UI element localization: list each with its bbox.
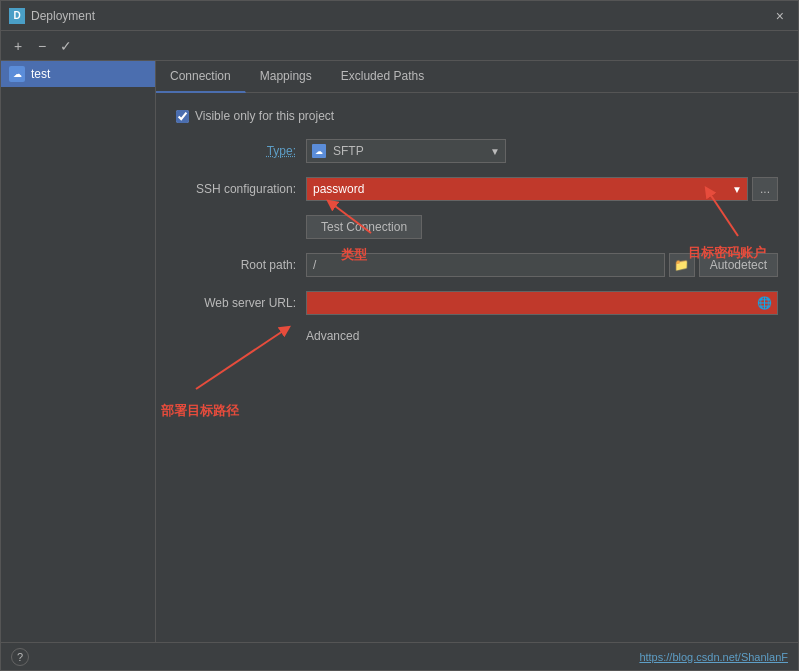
ssh-config-row: SSH configuration: password ▼ ...: [176, 177, 778, 201]
connection-tab-content: Visible only for this project Type: ☁ SF…: [156, 93, 798, 642]
autodetect-button[interactable]: Autodetect: [699, 253, 778, 277]
sidebar-item-test[interactable]: ☁ test: [1, 61, 155, 87]
path-annotation: 部署目标路径: [166, 319, 326, 402]
visible-checkbox[interactable]: [176, 110, 189, 123]
root-path-input[interactable]: [306, 253, 665, 277]
tab-excluded-paths[interactable]: Excluded Paths: [327, 61, 439, 92]
web-url-input[interactable]: [306, 291, 778, 315]
tab-connection[interactable]: Connection: [156, 61, 246, 93]
sidebar: ☁ test: [1, 61, 156, 642]
advanced-row: Advanced: [306, 329, 778, 343]
web-url-inner: 🌐: [306, 291, 778, 315]
ssh-config-label: SSH configuration:: [176, 182, 306, 196]
help-button[interactable]: ?: [11, 648, 29, 666]
titlebar: D Deployment ×: [1, 1, 798, 31]
close-button[interactable]: ×: [770, 6, 790, 26]
ssh-row-inner: password ▼ ...: [306, 177, 778, 201]
ssh-select-wrapper: password ▼: [306, 177, 748, 201]
sidebar-item-label: test: [31, 67, 50, 81]
root-path-label: Root path:: [176, 258, 306, 272]
type-row: Type: ☁ SFTP ▼: [176, 139, 778, 163]
deployment-window: D Deployment × + − ✓ ☁ test Connection M…: [0, 0, 799, 671]
folder-button[interactable]: 📁: [669, 253, 695, 277]
visible-checkbox-label[interactable]: Visible only for this project: [195, 109, 334, 123]
web-url-label: Web server URL:: [176, 296, 306, 310]
toolbar: + − ✓: [1, 31, 798, 61]
ssh-config-dots-button[interactable]: ...: [752, 177, 778, 201]
add-button[interactable]: +: [7, 35, 29, 57]
server-icon: ☁: [9, 66, 25, 82]
tabs-bar: Connection Mappings Excluded Paths: [156, 61, 798, 93]
root-path-inner: 📁 Autodetect: [306, 253, 778, 277]
tab-mappings[interactable]: Mappings: [246, 61, 327, 92]
window-title: Deployment: [31, 9, 770, 23]
test-connection-row: Test Connection: [306, 215, 778, 239]
remove-button[interactable]: −: [31, 35, 53, 57]
main-layout: ☁ test Connection Mappings Excluded Path…: [1, 61, 798, 642]
check-button[interactable]: ✓: [55, 35, 77, 57]
advanced-link[interactable]: Advanced: [306, 329, 359, 343]
root-path-row: Root path: 📁 Autodetect: [176, 253, 778, 277]
content-area: Connection Mappings Excluded Paths Visib…: [156, 61, 798, 642]
web-url-row: Web server URL: 🌐: [176, 291, 778, 315]
type-select[interactable]: SFTP: [306, 139, 506, 163]
ssh-select[interactable]: password: [306, 177, 748, 201]
visible-checkbox-row: Visible only for this project: [176, 109, 778, 123]
status-url[interactable]: https://blog.csdn.net/ShanlanF: [639, 651, 788, 663]
type-label[interactable]: Type:: [176, 144, 306, 158]
svg-line-4: [196, 329, 286, 389]
window-icon: D: [9, 8, 25, 24]
type-select-wrapper: ☁ SFTP ▼: [306, 139, 506, 163]
bottombar: ? https://blog.csdn.net/ShanlanF: [1, 642, 798, 670]
test-connection-button[interactable]: Test Connection: [306, 215, 422, 239]
